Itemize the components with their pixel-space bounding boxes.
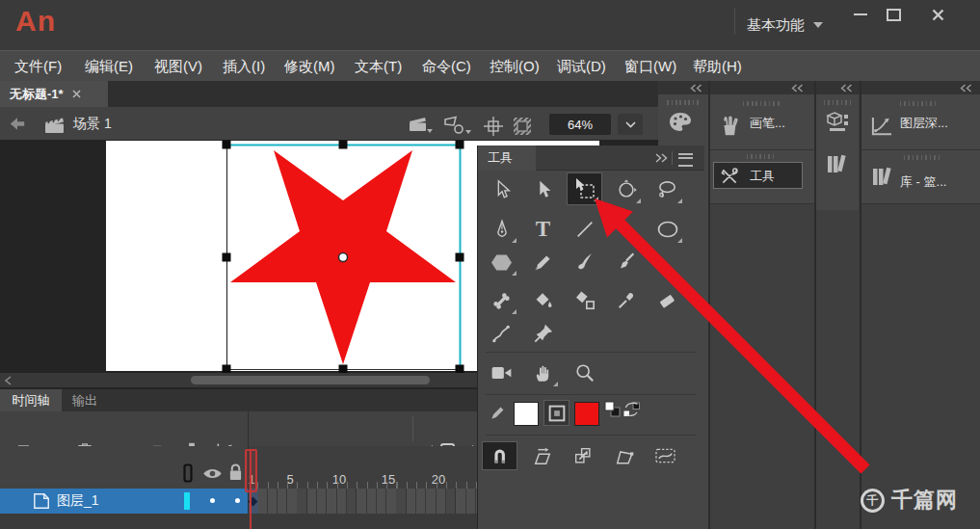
panel-button-layer-depth[interactable]: 图层深... xyxy=(861,94,980,150)
paint-bucket-tool[interactable] xyxy=(525,284,561,317)
layer-outline-swatch[interactable] xyxy=(184,492,190,510)
eye-icon[interactable] xyxy=(202,467,223,480)
panel-button-brushes[interactable]: 画笔... xyxy=(710,94,814,150)
bone-tool[interactable] xyxy=(484,284,519,317)
text-tool-glyph: T xyxy=(536,217,550,242)
subselection-tool[interactable] xyxy=(525,173,561,206)
collapse-panel-icon[interactable] xyxy=(788,84,806,93)
eraser-tool[interactable] xyxy=(649,284,685,317)
selection-tool[interactable] xyxy=(484,173,519,206)
menu-item-commands[interactable]: 命令(C) xyxy=(422,58,471,76)
layer-row[interactable]: 图层_1 xyxy=(0,489,248,514)
menu-item-modify[interactable]: 修改(M) xyxy=(284,58,335,76)
rectangle-tool[interactable] xyxy=(608,213,644,246)
collapse-panel-icon[interactable] xyxy=(837,84,855,93)
tools-panel-tab[interactable]: 工具 xyxy=(478,145,536,171)
scale-icon xyxy=(572,445,594,466)
lasso-tool[interactable] xyxy=(649,173,685,206)
panel-button-library[interactable]: 库 - 篮... xyxy=(861,150,980,204)
menu-item-control[interactable]: 控制(O) xyxy=(490,58,540,76)
free-transform-tool[interactable] xyxy=(567,172,602,205)
scrollbar-thumb[interactable] xyxy=(191,376,430,384)
assets-panel-icon[interactable] xyxy=(826,112,850,133)
menu-item-view[interactable]: 视图(V) xyxy=(154,58,202,76)
close-tab-icon[interactable] xyxy=(72,90,81,98)
color-panel-icon[interactable] xyxy=(669,112,692,132)
pin-tool[interactable] xyxy=(525,317,561,350)
ink-bottle-tool[interactable] xyxy=(567,284,602,317)
layer-visibility-dot[interactable] xyxy=(210,498,215,503)
menu-item-text[interactable]: 文本(T) xyxy=(355,58,402,76)
tool-flyout-icon xyxy=(677,198,682,203)
zoom-tool[interactable] xyxy=(567,357,602,389)
classic-brush-tool[interactable] xyxy=(608,246,644,278)
panel-button-tools[interactable]: 工具 xyxy=(710,150,814,204)
dock-column-icons-right xyxy=(816,94,859,529)
menu-item-window[interactable]: 窗口(W) xyxy=(624,58,676,76)
watermark-logo-icon: 千 xyxy=(861,489,885,513)
rotate-skew-option[interactable] xyxy=(524,441,560,470)
default-colors-icon[interactable] xyxy=(604,401,621,417)
back-arrow-icon[interactable] xyxy=(9,117,26,131)
collapse-panel-icon[interactable] xyxy=(957,84,974,93)
layer-name[interactable]: 图层_1 xyxy=(57,492,99,510)
fill-color-swatch[interactable] xyxy=(574,402,599,426)
swap-colors-icon[interactable] xyxy=(622,401,641,418)
zoom-level-input[interactable]: 64% xyxy=(549,114,611,135)
panel-menu-icon[interactable] xyxy=(678,153,693,167)
eyedropper-tool[interactable] xyxy=(608,284,644,317)
oval-tool[interactable] xyxy=(649,213,685,246)
panel-dock: 画笔... 工具 xyxy=(658,81,980,529)
pen-tool[interactable] xyxy=(484,213,519,246)
close-button[interactable] xyxy=(923,4,952,25)
lock-icon[interactable] xyxy=(228,463,243,482)
scroll-left-icon[interactable] xyxy=(4,376,13,385)
menu-item-file[interactable]: 文件(F) xyxy=(14,58,62,76)
clip-content-icon[interactable] xyxy=(512,116,534,137)
scale-option[interactable] xyxy=(565,441,600,470)
outline-column-icon[interactable] xyxy=(183,463,193,483)
asset-warp-tool[interactable] xyxy=(484,317,519,350)
collapse-to-icons-icon[interactable] xyxy=(654,153,668,163)
polystar-tool[interactable] xyxy=(484,246,519,278)
chevron-down-icon xyxy=(625,121,636,128)
fluid-brush-tool[interactable] xyxy=(567,246,602,278)
playhead-line xyxy=(250,449,252,529)
gradient-transform-tool[interactable] xyxy=(608,173,644,206)
snap-to-objects-toggle[interactable] xyxy=(482,441,517,470)
menu-item-help[interactable]: 帮助(H) xyxy=(693,58,742,76)
minimize-button[interactable] xyxy=(846,4,875,25)
transform-point[interactable] xyxy=(339,253,348,262)
menu-bar: 文件(F) 编辑(E) 视图(V) 插入(I) 修改(M) 文本(T) 命令(C… xyxy=(0,50,980,81)
envelope-option[interactable] xyxy=(648,441,683,470)
workspace-switcher[interactable]: 基本功能 xyxy=(747,13,823,37)
distort-option[interactable] xyxy=(606,441,642,470)
menu-item-insert[interactable]: 插入(I) xyxy=(223,58,265,76)
menu-item-debug[interactable]: 调试(D) xyxy=(557,58,606,76)
zoom-dropdown-button[interactable] xyxy=(618,114,643,135)
line-tool[interactable] xyxy=(567,213,602,246)
edit-symbols-icon[interactable] xyxy=(443,116,472,136)
stroke-color-swatch[interactable] xyxy=(514,402,539,426)
camera-tool[interactable] xyxy=(484,357,519,389)
collapse-panel-icon[interactable] xyxy=(687,84,704,93)
tab-output[interactable]: 输出 xyxy=(62,389,108,411)
close-icon xyxy=(932,9,944,21)
text-tool[interactable]: T xyxy=(525,213,561,246)
maximize-icon xyxy=(887,9,901,21)
library-icon[interactable] xyxy=(826,154,849,173)
maximize-button[interactable] xyxy=(879,4,908,25)
menu-item-edit[interactable]: 编辑(E) xyxy=(85,58,133,76)
pencil-tool[interactable] xyxy=(525,246,561,278)
panel-grip xyxy=(904,155,940,160)
edit-scene-icon[interactable] xyxy=(409,116,434,135)
center-frame-icon[interactable] xyxy=(484,117,503,136)
zoom-level-value: 64% xyxy=(568,118,593,132)
document-tab[interactable]: 无标题-1* xyxy=(0,81,108,107)
title-bar: An 基本功能 xyxy=(0,0,980,50)
tool-flyout-icon xyxy=(677,238,682,243)
fill-object-toggle[interactable] xyxy=(543,400,569,426)
layer-lock-dot[interactable] xyxy=(235,498,240,503)
tab-timeline[interactable]: 时间轴 xyxy=(0,389,62,411)
hand-tool[interactable] xyxy=(525,357,561,389)
